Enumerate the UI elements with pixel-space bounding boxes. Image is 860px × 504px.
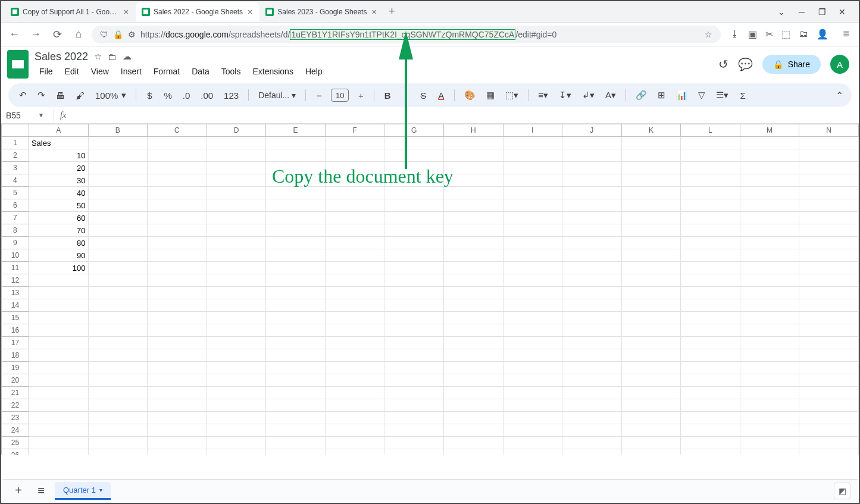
cell-L20[interactable] <box>681 374 740 387</box>
browser-menu-icon[interactable]: ≡ <box>838 28 854 40</box>
currency-icon[interactable]: $ <box>143 88 155 103</box>
browser-tab-0[interactable]: Copy of Support All 1 - Google × <box>5 2 136 21</box>
cell-B17[interactable] <box>88 337 148 349</box>
v-align-icon[interactable]: ↧▾ <box>556 87 574 103</box>
cell-G1[interactable] <box>384 137 444 149</box>
cell-F9[interactable] <box>325 237 384 249</box>
cell-E15[interactable] <box>266 312 326 324</box>
cell-J24[interactable] <box>562 424 622 437</box>
cell-I15[interactable] <box>503 312 562 324</box>
cell-K1[interactable] <box>621 137 681 149</box>
close-icon[interactable]: × <box>246 7 254 17</box>
cell-A24[interactable] <box>29 424 88 437</box>
cell-C19[interactable] <box>148 362 207 374</box>
cell-F8[interactable] <box>325 224 384 237</box>
column-header-H[interactable]: H <box>443 124 503 137</box>
column-header-I[interactable]: I <box>503 124 562 137</box>
cell-K11[interactable] <box>621 262 681 274</box>
cell-E26[interactable] <box>266 449 326 455</box>
cell-J19[interactable] <box>562 362 622 374</box>
cell-J25[interactable] <box>562 437 622 449</box>
cell-A6[interactable]: 50 <box>29 199 88 212</box>
cell-M8[interactable] <box>740 224 799 237</box>
paint-format-icon[interactable]: 🖌 <box>73 88 87 103</box>
cell-I2[interactable] <box>503 149 562 162</box>
cell-K14[interactable] <box>621 299 681 312</box>
text-color-icon[interactable]: A <box>435 88 447 103</box>
decrease-font-icon[interactable]: − <box>313 88 325 103</box>
row-header-3[interactable]: 3 <box>2 162 29 174</box>
cell-N20[interactable] <box>799 374 859 387</box>
chart-icon[interactable]: 📊 <box>674 87 690 103</box>
cell-N2[interactable] <box>799 149 859 162</box>
font-dropdown[interactable]: Defaul... ▾ <box>256 90 298 100</box>
cell-B5[interactable] <box>88 187 148 199</box>
cell-C8[interactable] <box>148 224 207 237</box>
cell-D11[interactable] <box>207 262 266 274</box>
cell-I17[interactable] <box>503 337 562 349</box>
cell-G8[interactable] <box>384 224 444 237</box>
cell-A20[interactable] <box>29 374 88 387</box>
column-header-D[interactable]: D <box>207 124 266 137</box>
cell-N15[interactable] <box>799 312 859 324</box>
cell-H4[interactable] <box>443 174 503 187</box>
cell-B10[interactable] <box>88 249 148 262</box>
close-icon[interactable]: × <box>370 7 377 17</box>
cell-H19[interactable] <box>443 362 503 374</box>
cell-K15[interactable] <box>621 312 681 324</box>
cell-L15[interactable] <box>681 312 740 324</box>
collapse-toolbar-icon[interactable]: ⌃ <box>836 90 843 101</box>
filter-icon[interactable]: ▽ <box>696 87 708 103</box>
cell-B20[interactable] <box>88 374 148 387</box>
cell-G5[interactable] <box>384 187 444 199</box>
cell-D12[interactable] <box>207 274 266 287</box>
url-input[interactable]: 🛡 🔒 ⚙ https://docs.google.com/spreadshee… <box>92 26 721 43</box>
wrap-icon[interactable]: ↲▾ <box>580 87 597 103</box>
cell-A2[interactable]: 10 <box>29 149 88 162</box>
cell-D4[interactable] <box>207 174 266 187</box>
cell-E11[interactable] <box>266 262 326 274</box>
cell-G17[interactable] <box>384 337 444 349</box>
cell-M13[interactable] <box>740 287 799 299</box>
cell-C16[interactable] <box>148 324 207 337</box>
sheets-logo-icon[interactable] <box>7 50 29 79</box>
cell-D6[interactable] <box>207 199 266 212</box>
row-header-25[interactable]: 25 <box>2 437 29 449</box>
cell-J26[interactable] <box>562 449 622 455</box>
cell-G7[interactable] <box>384 212 444 224</box>
cell-H14[interactable] <box>443 299 503 312</box>
cell-C14[interactable] <box>148 299 207 312</box>
cell-B6[interactable] <box>88 199 148 212</box>
cell-B19[interactable] <box>88 362 148 374</box>
account-avatar[interactable]: A <box>830 55 849 74</box>
cell-C10[interactable] <box>148 249 207 262</box>
cell-L17[interactable] <box>681 337 740 349</box>
cell-A4[interactable]: 30 <box>29 174 88 187</box>
rotate-icon[interactable]: A▾ <box>603 87 618 103</box>
filter-views-icon[interactable]: ☰▾ <box>714 87 731 103</box>
cell-C13[interactable] <box>148 287 207 299</box>
extension-icon[interactable]: 👤 <box>817 29 828 40</box>
cell-E19[interactable] <box>266 362 326 374</box>
menu-format[interactable]: Format <box>149 64 184 79</box>
cell-C12[interactable] <box>148 274 207 287</box>
row-header-4[interactable]: 4 <box>2 174 29 187</box>
cell-F6[interactable] <box>325 199 384 212</box>
cell-D10[interactable] <box>207 249 266 262</box>
cell-A22[interactable] <box>29 399 88 412</box>
print-icon[interactable]: 🖶 <box>54 88 67 103</box>
comment-icon[interactable]: ⊞ <box>655 87 668 103</box>
cell-I25[interactable] <box>503 437 562 449</box>
cell-B21[interactable] <box>88 387 148 399</box>
cell-H10[interactable] <box>443 249 503 262</box>
cell-B14[interactable] <box>88 299 148 312</box>
cell-A26[interactable] <box>29 449 88 455</box>
cell-L25[interactable] <box>681 437 740 449</box>
cell-I4[interactable] <box>503 174 562 187</box>
cell-I22[interactable] <box>503 399 562 412</box>
cell-N7[interactable] <box>799 212 859 224</box>
column-header-A[interactable]: A <box>29 124 88 137</box>
cell-G22[interactable] <box>384 399 444 412</box>
cell-B26[interactable] <box>88 449 148 455</box>
cell-A25[interactable] <box>29 437 88 449</box>
